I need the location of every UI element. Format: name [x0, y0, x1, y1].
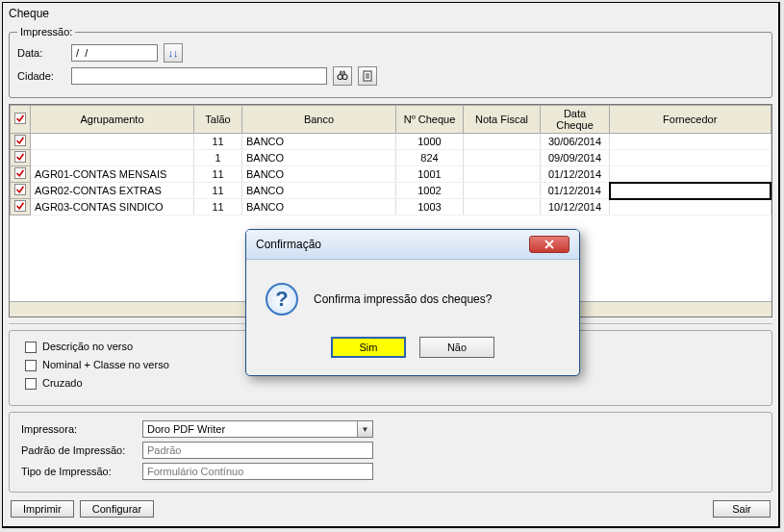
impressora-combo[interactable] [142, 420, 373, 438]
impressao-fieldset: Impressão: Data: ↓↓ Cidade: [9, 26, 772, 98]
data-label: Data: [17, 47, 65, 59]
cell-agrupamento[interactable] [31, 150, 194, 166]
table-row[interactable]: AGR01-CONTAS MENSAIS11BANCO100101/12/201… [11, 166, 771, 183]
cell-banco[interactable]: BANCO [242, 150, 396, 166]
table-row[interactable]: 11BANCO100030/06/2014 [11, 134, 771, 150]
table-row[interactable]: AGR02-CONTAS EXTRAS11BANCO100201/12/2014 [11, 183, 771, 199]
row-check[interactable] [11, 150, 31, 166]
sim-button[interactable]: Sim [331, 337, 406, 358]
col-fornecedor[interactable]: Fornecedor [610, 106, 771, 134]
data-input[interactable] [71, 44, 158, 62]
cell-fornecedor[interactable] [610, 199, 771, 215]
cell-agrupamento[interactable] [31, 134, 194, 150]
impressao-legend: Impressão: [17, 26, 75, 38]
padrao-field [142, 442, 373, 459]
header-check[interactable] [11, 106, 31, 134]
cell-agrupamento[interactable]: AGR02-CONTAS EXTRAS [31, 183, 194, 199]
cell-fornecedor[interactable] [610, 166, 771, 183]
descricao-checkbox[interactable] [25, 342, 37, 353]
cell-nf[interactable] [464, 134, 541, 150]
tipo-label: Tipo de Impressão: [21, 466, 137, 477]
cell-fornecedor[interactable] [610, 183, 771, 199]
col-agrupamento[interactable]: Agrupamento [31, 106, 194, 134]
dialog-message: Confirma impressão dos cheques? [314, 292, 492, 306]
dialog-title: Confirmação [256, 238, 321, 251]
date-picker-icon[interactable]: ↓↓ [164, 43, 183, 63]
row-check[interactable] [11, 183, 31, 199]
window-title: Cheque [3, 3, 778, 24]
grid-header-row: Agrupamento Talão Banco Nº Cheque Nota F… [11, 106, 771, 134]
chevron-down-icon[interactable]: ▼ [357, 421, 372, 437]
table-row[interactable]: AGR03-CONTAS SINDICO11BANCO100310/12/201… [11, 199, 771, 215]
cruzado-label: Cruzado [42, 377, 83, 389]
cidade-input[interactable] [71, 67, 327, 85]
cell-data[interactable]: 10/12/2014 [541, 199, 610, 215]
cell-nf[interactable] [464, 183, 541, 199]
nominal-checkbox[interactable] [25, 360, 37, 371]
padrao-label: Padrão de Impressão: [21, 444, 137, 456]
svg-point-1 [342, 75, 347, 80]
binoculars-icon[interactable] [333, 66, 352, 86]
impressora-label: Impressora: [21, 423, 137, 435]
cell-talao[interactable]: 11 [194, 134, 242, 150]
col-banco[interactable]: Banco [242, 106, 396, 134]
cell-data[interactable]: 01/12/2014 [541, 183, 610, 199]
cell-banco[interactable]: BANCO [242, 166, 396, 183]
cell-fornecedor[interactable] [610, 150, 771, 166]
cell-banco[interactable]: BANCO [242, 134, 396, 150]
sair-button[interactable]: Sair [713, 500, 771, 518]
confirm-dialog: Confirmação ? Confirma impressão dos che… [245, 229, 580, 376]
properties-icon[interactable] [358, 66, 377, 86]
cell-nf[interactable] [464, 166, 541, 183]
col-notafiscal[interactable]: Nota Fiscal [464, 106, 541, 134]
cell-nf[interactable] [464, 150, 541, 166]
cell-numero[interactable]: 1001 [396, 166, 464, 183]
cell-agrupamento[interactable]: AGR03-CONTAS SINDICO [31, 199, 194, 215]
cell-numero[interactable]: 1000 [396, 134, 464, 150]
tipo-field [142, 463, 373, 480]
nominal-label: Nominal + Classe no verso [42, 359, 169, 370]
row-check[interactable] [11, 134, 31, 150]
row-check[interactable] [11, 199, 31, 215]
svg-point-0 [338, 75, 342, 80]
cell-data[interactable]: 01/12/2014 [541, 166, 610, 183]
cell-talao[interactable]: 11 [194, 183, 242, 199]
row-check[interactable] [11, 166, 31, 183]
col-numero[interactable]: Nº Cheque [396, 106, 464, 134]
cell-fornecedor[interactable] [610, 134, 771, 150]
table-row[interactable]: 1BANCO82409/09/2014 [11, 150, 771, 166]
configurar-button[interactable]: Configurar [80, 500, 154, 518]
imprimir-button[interactable]: Imprimir [11, 500, 74, 518]
cruzado-checkbox[interactable] [25, 378, 37, 390]
cell-talao[interactable]: 1 [194, 150, 242, 166]
cell-numero[interactable]: 1002 [396, 183, 464, 199]
cidade-label: Cidade: [17, 70, 65, 82]
cell-talao[interactable]: 11 [194, 199, 242, 215]
col-datacheque[interactable]: Data Cheque [541, 106, 610, 134]
cell-numero[interactable]: 824 [396, 150, 464, 166]
cell-banco[interactable]: BANCO [242, 183, 396, 199]
col-talao[interactable]: Talão [194, 106, 242, 134]
cell-banco[interactable]: BANCO [242, 199, 396, 215]
cell-talao[interactable]: 11 [194, 166, 242, 183]
descricao-label: Descrição no verso [42, 341, 133, 352]
cell-nf[interactable] [464, 199, 541, 215]
printer-panel: Impressora: ▼ Padrão de Impressão: Tipo … [9, 412, 772, 493]
cell-numero[interactable]: 1003 [396, 199, 464, 215]
question-icon: ? [266, 283, 298, 316]
cell-data[interactable]: 09/09/2014 [541, 150, 610, 166]
footer-bar: Imprimir Configurar Sair [3, 498, 778, 523]
cell-data[interactable]: 30/06/2014 [541, 134, 610, 150]
cell-agrupamento[interactable]: AGR01-CONTAS MENSAIS [31, 166, 194, 183]
nao-button[interactable]: Não [419, 337, 494, 358]
close-icon[interactable] [529, 236, 569, 253]
